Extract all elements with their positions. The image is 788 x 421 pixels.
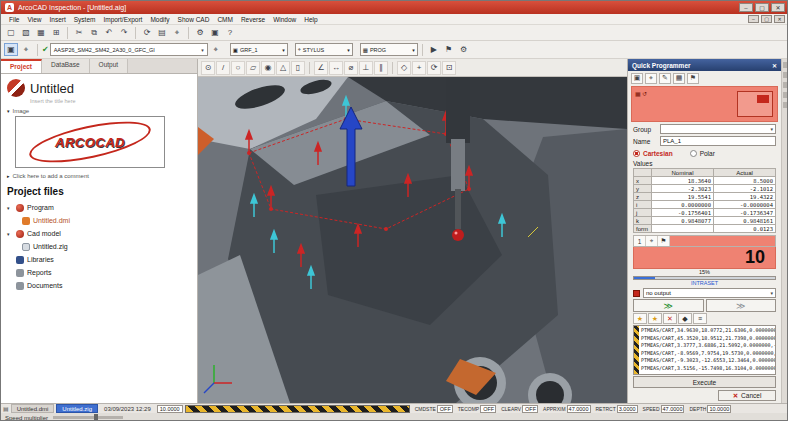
program-combo[interactable]: AASP26_SM42_SM42_2A30_0_GFC_GI ▾ <box>50 43 208 56</box>
execute-button[interactable]: Execute <box>633 376 776 388</box>
menu-cmm[interactable]: CMM <box>213 16 237 23</box>
insert-point-icon[interactable]: ◆ <box>678 313 692 324</box>
list-options-icon[interactable]: ≡ <box>693 313 707 324</box>
measure-point-icon[interactable]: ⊙ <box>201 61 215 75</box>
doc-tab-dmi[interactable]: Untitled.dmi <box>11 404 55 413</box>
measure-circle-icon[interactable]: ○ <box>231 61 245 75</box>
step-all-button[interactable]: ≫ <box>706 299 777 312</box>
dock-icon[interactable] <box>783 102 788 108</box>
panel-close-icon[interactable]: ✕ <box>772 62 777 69</box>
measure-line-icon[interactable]: / <box>216 61 230 75</box>
tree-item-reports[interactable]: Reports <box>7 266 191 279</box>
minimize-button[interactable]: – <box>739 3 753 12</box>
doc-minimize-button[interactable]: – <box>748 15 759 23</box>
favorite-icon[interactable]: ★ <box>633 313 647 324</box>
measure-sphere-icon[interactable]: ◉ <box>261 61 275 75</box>
tree-item-cad-model[interactable]: ▾ Cad model <box>7 227 191 240</box>
favorite2-icon[interactable]: ★ <box>648 313 662 324</box>
cancel-button[interactable]: ✕ Cancel <box>718 390 776 401</box>
grid-icon[interactable]: ▤ <box>155 26 169 39</box>
project-subtitle[interactable]: Insert the title here <box>30 98 191 104</box>
speed-multiplier-slider[interactable] <box>53 416 123 419</box>
measure-plane-icon[interactable]: ▱ <box>246 61 260 75</box>
edit-icon[interactable]: ✎ <box>659 73 671 84</box>
select-mode-icon[interactable]: ▣ <box>4 43 18 56</box>
count-icon[interactable]: 1 <box>634 236 646 246</box>
code-line[interactable]: PTMEAS/CART,-9.3023,-12.6553,12.3464,0.0… <box>641 357 773 365</box>
rotate-view-icon[interactable]: ⟳ <box>427 61 441 75</box>
flag-icon[interactable]: ⚑ <box>442 43 456 56</box>
doc-restore-button[interactable]: ▢ <box>761 15 772 23</box>
save-icon[interactable]: ▦ <box>34 26 48 39</box>
cut-icon[interactable]: ✂ <box>72 26 86 39</box>
caret-down-icon[interactable]: ▾ <box>7 108 10 114</box>
tab-database[interactable]: DataBase <box>42 59 90 73</box>
viewport-3d-scene[interactable] <box>198 77 627 403</box>
menu-view[interactable]: View <box>23 16 45 23</box>
project-title[interactable]: Untitled <box>30 81 74 96</box>
reference-selector[interactable]: ▣ GRF_1 ▾ <box>230 43 288 56</box>
project-image[interactable]: ARCOCAD <box>15 116 165 168</box>
flag-icon[interactable]: ⚑ <box>687 73 699 84</box>
probe-icon[interactable]: ⌖ <box>645 73 657 84</box>
menu-system[interactable]: System <box>70 16 100 23</box>
measure-cylinder-icon[interactable]: ▯ <box>291 61 305 75</box>
measure-diameter-icon[interactable]: ⌀ <box>344 61 358 75</box>
prog-selector[interactable]: ▦ PROG ▾ <box>360 43 418 56</box>
undo-icon[interactable]: ↶ <box>102 26 116 39</box>
code-line[interactable]: PTMEAS/CART,3.5156,-15.7498,16.3104,0.00… <box>641 365 773 373</box>
tab-project[interactable]: Project <box>1 59 42 73</box>
grid-icon[interactable]: ▦ <box>673 73 685 84</box>
menu-file[interactable]: File <box>5 16 23 23</box>
dock-icon[interactable] <box>783 72 788 78</box>
caret-down-icon[interactable]: ▾ <box>7 231 13 237</box>
target-icon[interactable]: ⌖ <box>170 26 184 39</box>
flag2-icon[interactable]: ⚑ <box>658 236 670 246</box>
cartesian-radio-label[interactable]: Cartesian <box>643 150 673 157</box>
coordinate-system-icon[interactable]: + <box>412 61 426 75</box>
output-select[interactable]: no output ▾ <box>643 288 776 298</box>
tab-output[interactable]: Output <box>90 59 129 73</box>
code-line[interactable]: PTMEAS/CART,34.9630,18.0772,21.6306,0.00… <box>641 327 773 335</box>
perpendicularity-icon[interactable]: ⊥ <box>359 61 373 75</box>
menu-window[interactable]: Window <box>269 16 300 23</box>
maximize-button[interactable]: ▢ <box>755 3 769 12</box>
polar-radio[interactable] <box>690 150 697 157</box>
help-icon[interactable]: ? <box>223 26 237 39</box>
polar-radio-label[interactable]: Polar <box>700 150 715 157</box>
open-file-icon[interactable]: ▧ <box>19 26 33 39</box>
add-comment-link[interactable]: Click here to add a comment <box>13 173 89 179</box>
menu-insert[interactable]: Insert <box>45 16 69 23</box>
refresh-icon[interactable]: ⟳ <box>140 26 154 39</box>
tree-item-untitled-zig[interactable]: Untitled.zig <box>22 240 191 253</box>
dmis-code-list[interactable]: PTMEAS/CART,34.9630,18.0772,21.6306,0.00… <box>633 325 776 375</box>
code-line[interactable]: PTMEAS/CART,3.3777,3.6886,21.5092,0.0000… <box>641 342 773 350</box>
cartesian-radio[interactable] <box>633 150 640 157</box>
parallelism-icon[interactable]: ∥ <box>374 61 388 75</box>
play-icon[interactable]: ▶ <box>427 43 441 56</box>
right-dock-strip[interactable] <box>781 59 788 403</box>
measure-cone-icon[interactable]: △ <box>276 61 290 75</box>
menu-import-export[interactable]: Import/Export <box>99 16 146 23</box>
group-select[interactable]: ▾ <box>660 124 776 134</box>
menu-show-cad[interactable]: Show CAD <box>174 16 214 23</box>
delete-line-icon[interactable]: ✕ <box>663 313 677 324</box>
view-cube-icon[interactable]: ▣ <box>208 26 222 39</box>
redo-icon[interactable]: ↷ <box>117 26 131 39</box>
tree-item-documents[interactable]: Documents <box>7 279 191 292</box>
code-line[interactable]: PTMEAS/CART,45.3520,18.9512,21.7398,0.00… <box>641 335 773 343</box>
snapshot-icon[interactable]: ▣ <box>631 73 643 84</box>
probe-mode-icon[interactable]: ⌖ <box>19 43 33 56</box>
touch-icon[interactable]: ⌖ <box>646 236 658 246</box>
stylus-selector[interactable]: ⌖ STYLUS ▾ <box>295 43 353 56</box>
quick-programmer-header[interactable]: Quick Programmer ✕ <box>628 59 781 71</box>
name-input[interactable] <box>660 136 776 146</box>
feature-thumbnail[interactable] <box>737 91 773 117</box>
close-button[interactable]: ✕ <box>771 3 785 12</box>
caret-right-icon[interactable]: ▸ <box>7 173 10 179</box>
print-icon[interactable]: ⊞ <box>49 26 63 39</box>
tree-item-program[interactable]: ▾ Program <box>7 201 191 214</box>
menu-modify[interactable]: Modify <box>146 16 173 23</box>
dock-icon[interactable] <box>783 62 788 68</box>
menu-help[interactable]: Help <box>300 16 321 23</box>
